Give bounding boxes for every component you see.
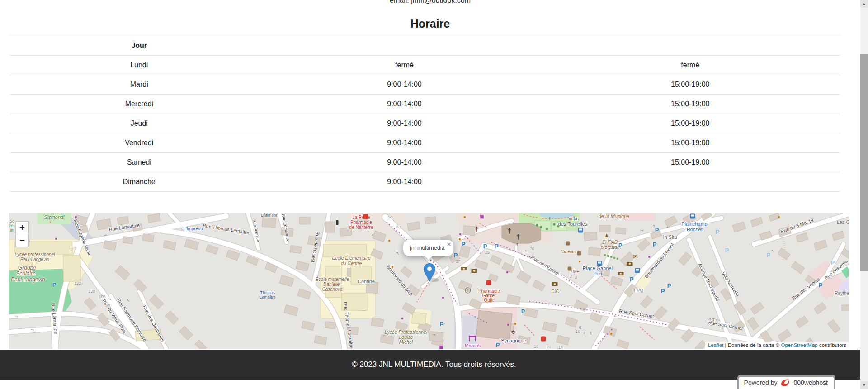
day-cell: Jeudi bbox=[10, 114, 269, 133]
osm-link[interactable]: OpenStreetMap bbox=[781, 342, 818, 348]
map-attribution: Leaflet | Données de la carte © OpenStre… bbox=[705, 342, 849, 349]
table-row: Samedi9:00-14:0015:00-19:00 bbox=[10, 153, 840, 172]
table-row: Lundiferméfermé bbox=[10, 56, 840, 75]
popup-label: jnl multimedia bbox=[410, 245, 444, 251]
scroll-up-button[interactable]: ▲ bbox=[860, 0, 868, 8]
schedule-table: Jour LundiferméferméMardi9:00-14:0015:00… bbox=[10, 36, 840, 192]
day-cell: Lundi bbox=[10, 56, 269, 75]
zoom-in-button[interactable]: + bbox=[16, 222, 28, 234]
hours-cell: fermé bbox=[541, 56, 840, 75]
hours-cell: 9:00-14:00 bbox=[269, 153, 541, 172]
scroll-down-button[interactable]: ▼ bbox=[860, 381, 868, 389]
map-popup: jnl multimedia × bbox=[403, 240, 453, 256]
footer-copyright: © 2023 JNL MULTIMEDIA. Tous droits réser… bbox=[352, 360, 516, 369]
email-line: email: jnlm@outlook.com bbox=[0, 0, 860, 5]
footer: © 2023 JNL MULTIMEDIA. Tous droits réser… bbox=[0, 350, 868, 380]
zoom-out-button[interactable]: − bbox=[16, 234, 28, 247]
map-zoom-control: + − bbox=[15, 221, 29, 247]
hours-cell: fermé bbox=[269, 56, 541, 75]
scrollbar-thumb[interactable] bbox=[860, 54, 868, 271]
col-header-afternoon bbox=[541, 36, 840, 56]
hours-cell: 15:00-19:00 bbox=[541, 153, 840, 172]
hours-cell bbox=[541, 172, 840, 192]
page-title: Horaire bbox=[0, 17, 860, 30]
page-content: email: jnlm@outlook.com Horaire Jour Lun… bbox=[0, 0, 860, 349]
col-header-jour: Jour bbox=[10, 36, 269, 56]
table-header-row: Jour bbox=[10, 36, 840, 56]
table-row: Mardi9:00-14:0015:00-19:00 bbox=[10, 75, 840, 95]
hours-cell: 15:00-19:00 bbox=[541, 114, 840, 133]
hours-cell: 15:00-19:00 bbox=[541, 95, 840, 114]
hours-cell: 9:00-14:00 bbox=[269, 133, 541, 153]
attribution-text: | Données de la carte © bbox=[723, 342, 781, 348]
day-cell: Samedi bbox=[10, 153, 269, 172]
hours-cell: 9:00-14:00 bbox=[269, 95, 541, 114]
day-cell: Dimanche bbox=[10, 172, 269, 192]
hours-cell: 15:00-19:00 bbox=[541, 133, 840, 153]
popup-close-icon[interactable]: × bbox=[447, 241, 451, 247]
powered-by-badge[interactable]: Powered by 000webhost bbox=[737, 375, 835, 389]
powered-by-text: Powered by bbox=[744, 379, 778, 386]
hours-cell: 9:00-14:00 bbox=[269, 172, 541, 192]
powered-by-brand: 000webhost bbox=[793, 379, 828, 386]
map-marker[interactable] bbox=[424, 263, 435, 282]
table-row: Dimanche9:00-14:00 bbox=[10, 172, 840, 192]
day-cell: Mardi bbox=[10, 75, 269, 95]
leaflet-map[interactable]: Rue LamartineRue Eugène VarlinRue Lamart… bbox=[9, 213, 849, 349]
000webhost-logo-icon bbox=[780, 378, 790, 387]
day-cell: Mercredi bbox=[10, 95, 269, 114]
vertical-scrollbar[interactable]: ▲ ▼ bbox=[860, 0, 868, 389]
table-row: Mercredi9:00-14:0015:00-19:00 bbox=[10, 95, 840, 114]
table-row: Jeudi9:00-14:0015:00-19:00 bbox=[10, 114, 840, 133]
hours-cell: 15:00-19:00 bbox=[541, 75, 840, 95]
attribution-suffix: contributors bbox=[818, 342, 846, 348]
day-cell: Vendredi bbox=[10, 133, 269, 153]
col-header-morning bbox=[269, 36, 541, 56]
hours-cell: 9:00-14:00 bbox=[269, 75, 541, 95]
hours-cell: 9:00-14:00 bbox=[269, 114, 541, 133]
leaflet-link[interactable]: Leaflet bbox=[708, 342, 724, 348]
table-row: Vendredi9:00-14:0015:00-19:00 bbox=[10, 133, 840, 153]
